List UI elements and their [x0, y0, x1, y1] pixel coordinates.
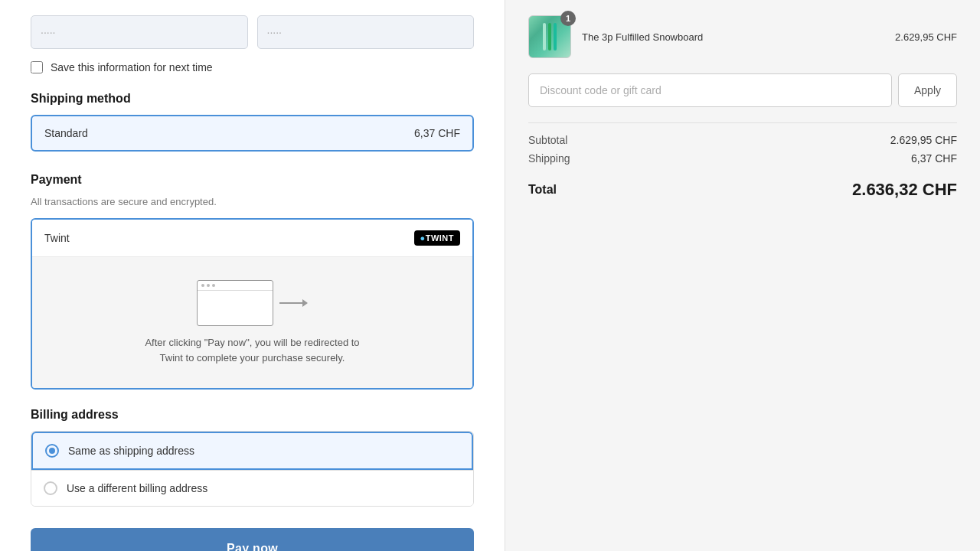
product-quantity-badge: 1 [560, 11, 576, 26]
radio-different[interactable] [44, 481, 57, 495]
payment-section: Payment All transactions are secure and … [31, 173, 474, 390]
payment-redirect-area: After clicking "Pay now", you will be re… [32, 257, 472, 388]
postal-code-input[interactable] [31, 15, 248, 49]
payment-heading: Payment [31, 173, 474, 187]
subtotal-value: 2.629,95 CHF [890, 134, 957, 146]
discount-input[interactable] [528, 73, 892, 107]
payment-subtitle: All transactions are secure and encrypte… [31, 196, 474, 207]
shipping-row: Shipping 6,37 CHF [528, 152, 957, 165]
payment-method-name: Twint [44, 232, 70, 244]
grand-total-label: Total [528, 183, 557, 197]
right-panel: 1 The 3p Fulfilled Snowboard 2.629,95 CH… [505, 0, 980, 551]
billing-same-label: Same as shipping address [68, 445, 194, 457]
subtotal-label: Subtotal [528, 134, 567, 146]
billing-section: Billing address Same as shipping address… [31, 408, 474, 507]
redirect-arrow-line [279, 302, 302, 304]
payment-box: Twint ●TWINT [31, 218, 474, 390]
product-image-wrap: 1 [528, 15, 571, 58]
shipping-label: Shipping [528, 152, 570, 165]
billing-option-different[interactable]: Use a different billing address [31, 470, 473, 506]
redirect-graphic [197, 280, 308, 326]
address-row [31, 15, 474, 49]
shipping-option-label: Standard [44, 127, 88, 139]
product-price: 2.629,95 CHF [895, 31, 957, 43]
shipping-method-box[interactable]: Standard 6,37 CHF [31, 115, 474, 152]
shipping-option-price: 6,37 CHF [414, 127, 460, 139]
billing-options: Same as shipping address Use a different… [31, 431, 474, 507]
discount-row: Apply [528, 73, 957, 107]
redirect-text: After clicking "Pay now", you will be re… [145, 335, 359, 365]
radio-same[interactable] [45, 444, 59, 458]
totals-section: Subtotal 2.629,95 CHF Shipping 6,37 CHF … [528, 122, 957, 200]
save-info-checkbox[interactable] [31, 61, 43, 73]
grand-total-value: 2.636,32 CHF [852, 180, 957, 200]
grand-total-row: Total 2.636,32 CHF [528, 172, 957, 200]
billing-different-label: Use a different billing address [67, 482, 207, 494]
browser-window-icon [197, 280, 273, 326]
shipping-heading: Shipping method [31, 92, 474, 106]
snowboard-graphic [543, 23, 557, 51]
city-input[interactable] [257, 15, 475, 49]
order-item: 1 The 3p Fulfilled Snowboard 2.629,95 CH… [528, 15, 957, 58]
billing-option-same[interactable]: Same as shipping address [31, 432, 473, 470]
payment-header: Twint ●TWINT [32, 220, 472, 257]
redirect-arrow-head [302, 299, 308, 307]
left-panel: Save this information for next time Ship… [0, 0, 505, 551]
save-info-row: Save this information for next time [31, 61, 474, 73]
save-info-label[interactable]: Save this information for next time [51, 61, 213, 73]
shipping-value: 6,37 CHF [911, 152, 957, 165]
twint-logo: ●TWINT [414, 230, 460, 246]
shipping-section: Shipping method Standard 6,37 CHF [31, 92, 474, 152]
pay-now-button[interactable]: Pay now [31, 528, 474, 551]
billing-heading: Billing address [31, 408, 474, 422]
subtotal-row: Subtotal 2.629,95 CHF [528, 134, 957, 146]
apply-button[interactable]: Apply [898, 73, 957, 107]
product-name: The 3p Fulfilled Snowboard [582, 31, 884, 43]
